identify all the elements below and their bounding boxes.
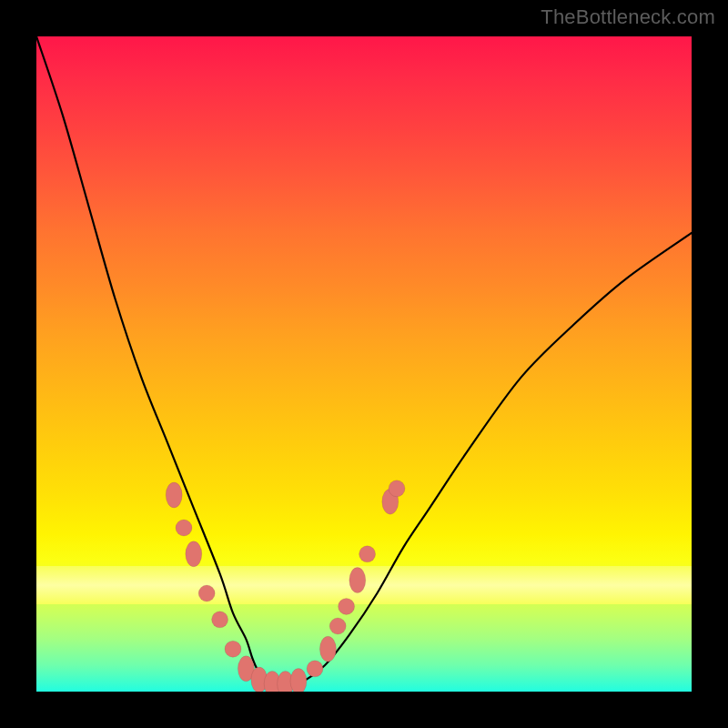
plot-area	[36, 36, 692, 692]
highlight-marker	[339, 598, 355, 614]
highlight-marker	[186, 541, 202, 567]
highlight-marker	[176, 520, 192, 536]
highlight-marker	[389, 480, 405, 497]
highlight-marker	[349, 568, 366, 593]
highlight-marker	[225, 641, 241, 657]
highlight-marker	[290, 669, 307, 693]
highlight-marker	[166, 482, 182, 508]
highlight-marker	[212, 612, 228, 628]
highlight-marker	[307, 661, 323, 677]
highlight-marker	[329, 618, 346, 634]
highlight-marker	[198, 585, 215, 602]
watermark-text: TheBottleneck.com	[541, 5, 715, 29]
highlight-marker	[319, 636, 336, 662]
chart-svg	[36, 36, 692, 692]
chart-frame: TheBottleneck.com	[0, 0, 728, 728]
marker-group	[166, 480, 405, 692]
highlight-marker	[359, 546, 376, 562]
